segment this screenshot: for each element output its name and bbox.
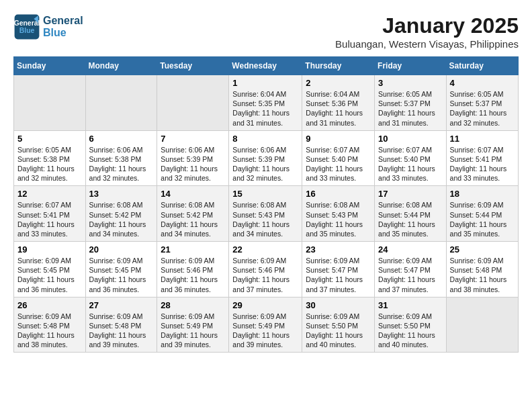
day-info: Sunrise: 6:06 AMSunset: 5:39 PMDaylight:…	[161, 145, 225, 183]
day-number: 22	[232, 244, 298, 255]
calendar-cell: 26Sunrise: 6:09 AMSunset: 5:48 PMDayligh…	[14, 297, 86, 353]
calendar-cell: 23Sunrise: 6:09 AMSunset: 5:47 PMDayligh…	[302, 242, 375, 298]
day-info: Sunrise: 6:09 AMSunset: 5:44 PMDaylight:…	[450, 200, 515, 238]
day-number: 27	[89, 300, 154, 310]
calendar-cell: 5Sunrise: 6:05 AMSunset: 5:38 PMDaylight…	[14, 130, 86, 186]
day-info: Sunrise: 6:09 AMSunset: 5:49 PMDaylight:…	[161, 312, 225, 350]
day-info: Sunrise: 6:09 AMSunset: 5:45 PMDaylight:…	[89, 256, 154, 294]
day-info: Sunrise: 6:07 AMSunset: 5:40 PMDaylight:…	[378, 145, 443, 183]
calendar-cell: 7Sunrise: 6:06 AMSunset: 5:39 PMDaylight…	[157, 130, 229, 186]
page-title: January 2025	[335, 13, 519, 38]
day-info: Sunrise: 6:09 AMSunset: 5:48 PMDaylight:…	[89, 312, 154, 350]
day-info: Sunrise: 6:08 AMSunset: 5:44 PMDaylight:…	[378, 200, 443, 238]
calendar-cell: 13Sunrise: 6:08 AMSunset: 5:42 PMDayligh…	[85, 186, 157, 242]
calendar-cell: 21Sunrise: 6:09 AMSunset: 5:46 PMDayligh…	[157, 242, 229, 298]
calendar-cell: 15Sunrise: 6:08 AMSunset: 5:43 PMDayligh…	[229, 186, 302, 242]
day-number: 24	[378, 244, 443, 255]
day-number: 19	[17, 244, 82, 255]
calendar-cell: 9Sunrise: 6:07 AMSunset: 5:40 PMDaylight…	[302, 130, 375, 186]
day-number: 6	[89, 134, 154, 144]
day-number: 16	[306, 189, 371, 199]
day-info: Sunrise: 6:06 AMSunset: 5:38 PMDaylight:…	[89, 145, 154, 183]
day-number: 15	[232, 189, 298, 199]
calendar-cell: 11Sunrise: 6:07 AMSunset: 5:41 PMDayligh…	[446, 130, 518, 186]
day-number: 4	[450, 78, 515, 88]
day-info: Sunrise: 6:08 AMSunset: 5:42 PMDaylight:…	[161, 200, 225, 238]
calendar-table: SundayMondayTuesdayWednesdayThursdayFrid…	[13, 56, 519, 353]
day-number: 29	[232, 300, 298, 310]
day-number: 21	[161, 244, 225, 255]
day-info: Sunrise: 6:07 AMSunset: 5:41 PMDaylight:…	[450, 145, 515, 183]
header-saturday: Saturday	[446, 57, 518, 75]
day-number: 17	[378, 189, 443, 199]
day-info: Sunrise: 6:08 AMSunset: 5:42 PMDaylight:…	[89, 200, 154, 238]
day-info: Sunrise: 6:09 AMSunset: 5:48 PMDaylight:…	[450, 256, 515, 294]
header-wednesday: Wednesday	[229, 57, 302, 75]
calendar-cell: 4Sunrise: 6:05 AMSunset: 5:37 PMDaylight…	[446, 75, 518, 131]
day-info: Sunrise: 6:08 AMSunset: 5:43 PMDaylight:…	[232, 200, 298, 238]
calendar-cell: 8Sunrise: 6:06 AMSunset: 5:39 PMDaylight…	[229, 130, 302, 186]
day-info: Sunrise: 6:07 AMSunset: 5:41 PMDaylight:…	[17, 200, 82, 238]
calendar-cell	[157, 75, 229, 131]
day-number: 10	[378, 134, 443, 144]
day-number: 3	[378, 78, 443, 88]
calendar-cell: 14Sunrise: 6:08 AMSunset: 5:42 PMDayligh…	[157, 186, 229, 242]
header-monday: Monday	[85, 57, 157, 75]
day-info: Sunrise: 6:09 AMSunset: 5:45 PMDaylight:…	[17, 256, 82, 294]
page-subtitle: Buluangan, Western Visayas, Philippines	[335, 38, 519, 50]
header-tuesday: Tuesday	[157, 57, 229, 75]
day-info: Sunrise: 6:05 AMSunset: 5:37 PMDaylight:…	[450, 89, 515, 128]
calendar-cell: 2Sunrise: 6:04 AMSunset: 5:36 PMDaylight…	[302, 75, 375, 131]
week-row-1: 1Sunrise: 6:04 AMSunset: 5:35 PMDaylight…	[14, 75, 519, 131]
day-number: 28	[161, 300, 225, 310]
calendar-cell: 24Sunrise: 6:09 AMSunset: 5:47 PMDayligh…	[375, 242, 447, 298]
week-row-2: 5Sunrise: 6:05 AMSunset: 5:38 PMDaylight…	[14, 130, 519, 186]
header-sunday: Sunday	[14, 57, 86, 75]
day-number: 31	[378, 300, 443, 310]
calendar-cell: 25Sunrise: 6:09 AMSunset: 5:48 PMDayligh…	[446, 242, 518, 298]
calendar-cell	[446, 297, 518, 353]
calendar-cell: 19Sunrise: 6:09 AMSunset: 5:45 PMDayligh…	[14, 242, 86, 298]
week-row-4: 19Sunrise: 6:09 AMSunset: 5:45 PMDayligh…	[14, 242, 519, 298]
calendar-header-row: SundayMondayTuesdayWednesdayThursdayFrid…	[14, 57, 519, 75]
day-number: 2	[306, 78, 371, 88]
page-header: General Blue General Blue January 2025 B…	[13, 13, 519, 50]
calendar-cell	[14, 75, 86, 131]
calendar-cell: 12Sunrise: 6:07 AMSunset: 5:41 PMDayligh…	[14, 186, 86, 242]
day-info: Sunrise: 6:08 AMSunset: 5:43 PMDaylight:…	[306, 200, 371, 238]
week-row-3: 12Sunrise: 6:07 AMSunset: 5:41 PMDayligh…	[14, 186, 519, 242]
day-number: 14	[161, 189, 225, 199]
day-number: 1	[232, 78, 298, 88]
day-info: Sunrise: 6:09 AMSunset: 5:49 PMDaylight:…	[232, 312, 298, 350]
calendar-cell: 10Sunrise: 6:07 AMSunset: 5:40 PMDayligh…	[375, 130, 447, 186]
calendar-cell: 1Sunrise: 6:04 AMSunset: 5:35 PMDaylight…	[229, 75, 302, 131]
calendar-cell: 17Sunrise: 6:08 AMSunset: 5:44 PMDayligh…	[375, 186, 447, 242]
day-info: Sunrise: 6:07 AMSunset: 5:40 PMDaylight:…	[306, 145, 371, 183]
header-thursday: Thursday	[302, 57, 375, 75]
day-number: 8	[232, 134, 298, 144]
calendar-cell: 27Sunrise: 6:09 AMSunset: 5:48 PMDayligh…	[85, 297, 157, 353]
day-number: 7	[161, 134, 225, 144]
day-info: Sunrise: 6:09 AMSunset: 5:47 PMDaylight:…	[378, 256, 443, 294]
day-number: 18	[450, 189, 515, 199]
day-info: Sunrise: 6:09 AMSunset: 5:48 PMDaylight:…	[17, 312, 82, 350]
day-info: Sunrise: 6:04 AMSunset: 5:36 PMDaylight:…	[306, 89, 371, 128]
logo-icon: General Blue	[13, 13, 40, 40]
calendar-cell: 31Sunrise: 6:09 AMSunset: 5:50 PMDayligh…	[375, 297, 447, 353]
logo-line1: General	[43, 15, 83, 27]
calendar-cell: 20Sunrise: 6:09 AMSunset: 5:45 PMDayligh…	[85, 242, 157, 298]
day-number: 30	[306, 300, 371, 310]
week-row-5: 26Sunrise: 6:09 AMSunset: 5:48 PMDayligh…	[14, 297, 519, 353]
day-number: 5	[17, 134, 82, 144]
day-number: 25	[450, 244, 515, 255]
day-info: Sunrise: 6:05 AMSunset: 5:38 PMDaylight:…	[17, 145, 82, 183]
day-info: Sunrise: 6:06 AMSunset: 5:39 PMDaylight:…	[232, 145, 298, 183]
calendar-cell: 16Sunrise: 6:08 AMSunset: 5:43 PMDayligh…	[302, 186, 375, 242]
day-number: 23	[306, 244, 371, 255]
day-number: 12	[17, 189, 82, 199]
day-info: Sunrise: 6:09 AMSunset: 5:47 PMDaylight:…	[306, 256, 371, 294]
day-number: 20	[89, 244, 154, 255]
day-info: Sunrise: 6:09 AMSunset: 5:46 PMDaylight:…	[232, 256, 298, 294]
calendar-cell: 22Sunrise: 6:09 AMSunset: 5:46 PMDayligh…	[229, 242, 302, 298]
calendar-cell: 29Sunrise: 6:09 AMSunset: 5:49 PMDayligh…	[229, 297, 302, 353]
